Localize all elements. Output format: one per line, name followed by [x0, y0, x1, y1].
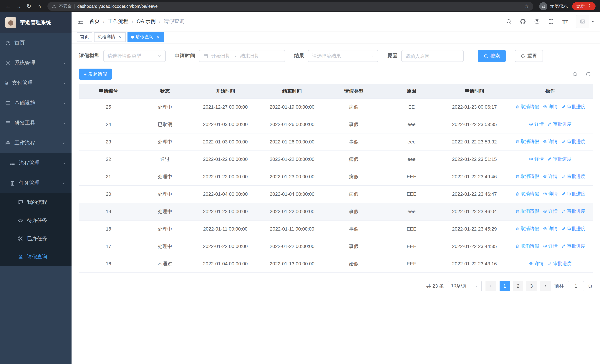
action-detail[interactable]: 详情: [543, 208, 558, 215]
action-progress[interactable]: 审批进度: [561, 191, 585, 197]
action-cancel[interactable]: 取消请假: [515, 226, 539, 232]
action-label: 详情: [548, 173, 558, 180]
chevron-down-icon: [62, 81, 66, 85]
action-progress[interactable]: 审批进度: [561, 243, 585, 250]
page-button-3[interactable]: 3: [526, 281, 537, 291]
table-search-button[interactable]: [570, 70, 579, 79]
search-icon: [506, 19, 512, 24]
message-icon: [18, 199, 23, 205]
action-progress[interactable]: 审批进度: [561, 139, 585, 145]
action-progress[interactable]: 审批进度: [561, 208, 585, 215]
action-detail[interactable]: 详情: [529, 261, 544, 267]
action-detail[interactable]: 详情: [529, 121, 544, 128]
action-detail[interactable]: 详情: [529, 156, 544, 162]
search-icon: [484, 54, 488, 58]
action-progress[interactable]: 审批进度: [547, 156, 572, 162]
next-page-button[interactable]: [540, 281, 551, 291]
tab-process-detail[interactable]: 流程详情×: [94, 32, 126, 42]
leave-type-select[interactable]: 请选择请假类型: [103, 50, 166, 62]
action-label: 取消请假: [521, 243, 539, 250]
address-bar[interactable]: 不安全 dashboard.yudao.iocoder.cn/bpm/oa/le…: [47, 2, 533, 10]
github-link[interactable]: [517, 16, 528, 27]
action-cancel[interactable]: 取消请假: [515, 139, 539, 145]
reload-icon[interactable]: ↻: [24, 1, 34, 11]
apply-time-range-picker[interactable]: 开始日期 - 结束日期: [199, 50, 285, 62]
cell-actions: 取消请假详情审批进度: [508, 203, 593, 220]
sidebar-item-payment-management[interactable]: ¥支付管理: [0, 73, 72, 93]
action-cancel[interactable]: 取消请假: [515, 243, 539, 250]
page-size-select[interactable]: 10条/页: [448, 281, 482, 291]
action-cancel[interactable]: 取消请假: [515, 173, 539, 180]
home-icon[interactable]: ⌂: [34, 1, 45, 11]
sidebar-item-leave-query[interactable]: 请假查询: [0, 248, 72, 266]
header-search-button[interactable]: [503, 16, 514, 27]
sidebar-item-process-management[interactable]: 流程管理: [0, 153, 72, 173]
tab-home[interactable]: 首页: [77, 32, 92, 42]
cell-id: 24: [79, 116, 138, 133]
cell-applied: 2022-01-22 23:53:35: [441, 116, 508, 133]
help-button[interactable]: [531, 16, 543, 27]
action-detail[interactable]: 详情: [543, 191, 558, 197]
table-refresh-button[interactable]: [584, 70, 593, 79]
sidebar-item-todo-tasks[interactable]: 待办任务: [0, 211, 72, 229]
breadcrumb-item[interactable]: OA 示例: [137, 18, 156, 25]
reset-button[interactable]: 重置: [515, 50, 543, 62]
tab-leave-query[interactable]: 请假查询×: [128, 32, 164, 42]
action-detail[interactable]: 详情: [543, 104, 558, 110]
prev-page-button[interactable]: [486, 281, 496, 291]
page-button-2[interactable]: 2: [513, 281, 523, 291]
sidebar-item-workflow[interactable]: 工作流程: [0, 133, 72, 153]
action-detail[interactable]: 详情: [543, 226, 558, 232]
app-shell: 芋道管理系统 首页系统管理¥支付管理基础设施研发工具工作流程流程管理任务管理我的…: [0, 12, 600, 364]
breadcrumb-item[interactable]: 工作流程: [108, 18, 129, 25]
sidebar-item-home[interactable]: 首页: [0, 33, 72, 53]
search-button[interactable]: 搜索: [478, 50, 506, 62]
logo[interactable]: 芋道管理系统: [0, 12, 72, 33]
update-button[interactable]: 更新 ⋮: [572, 2, 596, 10]
goto-page-input[interactable]: [568, 281, 584, 291]
sidebar-item-task-management[interactable]: 任务管理: [0, 173, 72, 193]
sidebar-item-system-management[interactable]: 系统管理: [0, 53, 72, 73]
action-progress[interactable]: 审批进度: [547, 121, 572, 128]
result-select[interactable]: 请选择流结果: [308, 50, 378, 62]
breadcrumb: 首页/工作流程/OA 示例/请假查询: [89, 18, 185, 25]
back-icon[interactable]: ←: [3, 1, 13, 11]
cell-reason: eee: [382, 116, 441, 133]
action-cancel[interactable]: 取消请假: [515, 104, 539, 110]
create-leave-button[interactable]: + 发起请假: [79, 69, 112, 80]
cell-actions: 取消请假详情审批进度: [508, 220, 593, 238]
sidebar-item-infrastructure[interactable]: 基础设施: [0, 93, 72, 113]
forward-icon[interactable]: →: [13, 1, 24, 11]
action-progress[interactable]: 审批进度: [561, 226, 585, 232]
action-detail[interactable]: 详情: [543, 243, 558, 250]
sidebar-menu: 首页系统管理¥支付管理基础设施研发工具工作流程流程管理任务管理我的流程待办任务已…: [0, 33, 72, 364]
action-cancel[interactable]: 取消请假: [515, 191, 539, 197]
page-button-1[interactable]: 1: [500, 281, 510, 291]
eye-icon: [529, 122, 533, 127]
bookmark-star-icon[interactable]: ☆: [525, 3, 529, 9]
font-size-button[interactable]: TT: [560, 16, 571, 27]
chevron-down-icon: [370, 54, 374, 58]
breadcrumb-item[interactable]: 首页: [89, 18, 100, 25]
filter-form: 请假类型 请选择请假类型 申请时间 开始日期 - 结束日期: [79, 50, 593, 62]
action-detail[interactable]: 详情: [543, 173, 558, 180]
browser-menu-icon[interactable]: ⋮: [587, 3, 592, 9]
sidebar-toggle-button[interactable]: [72, 12, 89, 31]
sidebar-item-my-process[interactable]: 我的流程: [0, 193, 72, 211]
apply-time-group: 申请时间 开始日期 - 结束日期: [175, 50, 285, 62]
action-cancel[interactable]: 取消请假: [515, 208, 539, 215]
edit-icon: [547, 261, 552, 266]
action-progress[interactable]: 审批进度: [547, 261, 572, 267]
sidebar-item-dev-tools[interactable]: 研发工具: [0, 113, 72, 133]
user-avatar[interactable]: [576, 15, 595, 28]
action-detail[interactable]: 详情: [543, 139, 558, 145]
action-label: 详情: [548, 208, 558, 215]
tab-close-icon[interactable]: ×: [117, 34, 122, 39]
fullscreen-button[interactable]: [545, 16, 557, 27]
action-progress[interactable]: 审批进度: [561, 173, 585, 180]
action-progress[interactable]: 审批进度: [561, 104, 585, 110]
sidebar-item-done-tasks[interactable]: 已办任务: [0, 229, 72, 248]
edit-icon: [561, 244, 566, 249]
tab-close-icon[interactable]: ×: [155, 34, 160, 39]
reason-input[interactable]: [401, 50, 464, 62]
